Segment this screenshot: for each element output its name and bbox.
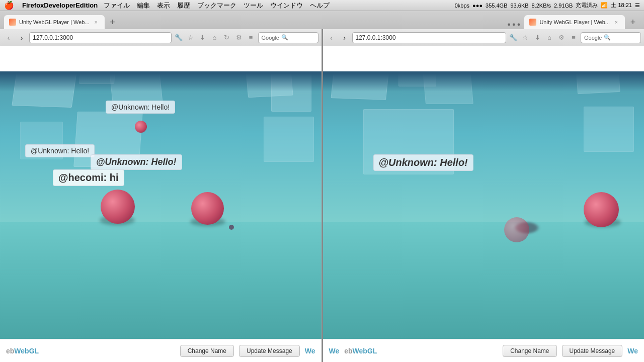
left-tab-close[interactable]: × (93, 19, 100, 26)
left-ball-3 (191, 192, 224, 225)
right-new-tab-button[interactable]: + (626, 15, 640, 29)
menu-file[interactable]: ファイル (104, 1, 130, 10)
left-panel: ‹ › 127.0.0.1:3000 🔧 ☆ ⬇ ⌂ ↻ ⚙ ≡ Google (0, 29, 322, 362)
menu-items: ファイル 編集 表示 履歴 ブックマーク ツール ウインドウ ヘルプ (104, 1, 330, 10)
upload-speed: 8.2KB/s (532, 3, 551, 9)
wifi-icon: 📶 (601, 2, 608, 9)
left-new-tab-button[interactable]: + (106, 15, 120, 29)
right-star-icon[interactable]: ☆ (520, 33, 530, 43)
left-tab-active[interactable]: Unity WebGL Player | Web... × (4, 15, 105, 29)
left-ball-2 (101, 190, 135, 224)
left-bottom-bar: ebWebGL Change Name Update Message We (0, 339, 321, 362)
left-chat-bubble-3: @Unknown: Hello! (91, 154, 182, 170)
battery-status: ●●● (472, 3, 482, 9)
left-small-dot (229, 225, 234, 230)
tab-bar: Unity WebGL Player | Web... × + ● ● ● Un… (0, 11, 644, 29)
left-search-icon[interactable]: 🔍 (281, 34, 288, 41)
left-search-input[interactable]: Google 🔍 (258, 32, 318, 43)
right-search-input[interactable]: Google 🔍 (581, 32, 641, 43)
left-webgl-label: ebWebGL (6, 347, 39, 355)
right-home-icon[interactable]: ⌂ (544, 33, 554, 43)
left-chat-bubble-2: @Unknown: Hello! (25, 144, 95, 157)
left-chat-text-3: @Unknown: Hello! (96, 157, 177, 167)
right-tab-active[interactable]: Unity WebGL Player | Web... × (524, 15, 625, 29)
left-search-text: Google (262, 35, 279, 41)
right-top-white (323, 46, 645, 71)
right-update-message-button[interactable]: Update Message (562, 345, 623, 357)
left-menu-icon[interactable]: ≡ (246, 33, 256, 43)
left-chat-text-2: @Unknown: Hello! (31, 147, 89, 155)
right-webgl-text: WebGL (353, 347, 377, 355)
left-webgl-label-right: We (305, 347, 315, 355)
right-ball-partial (504, 217, 529, 242)
right-floor (323, 222, 645, 339)
mac-menu-bar: 🍎 FirefoxDeveloperEdition ファイル 編集 表示 履歴 … (0, 0, 644, 11)
left-dev-icon[interactable]: ⚙ (234, 33, 244, 43)
right-chat-text-1: @Unknown: Hello! (379, 157, 468, 168)
network-status: 0kbps (455, 3, 469, 9)
left-hecomi-bubble: @hecomi: hi (53, 169, 124, 186)
right-cube-6 (584, 107, 634, 152)
right-address-bar: ‹ › 127.0.0.1:3000 🔧 ☆ ⬇ ⌂ ⚙ ≡ Google 🔍 (323, 29, 645, 46)
left-game-area: @Unknown: Hello! @Unknown: Hello! @Unkno… (0, 46, 321, 339)
left-url-input[interactable]: 127.0.0.1:3000 (29, 32, 172, 43)
panels-container: ‹ › 127.0.0.1:3000 🔧 ☆ ⬇ ⌂ ↻ ⚙ ≡ Google (0, 29, 644, 362)
right-dev-icon[interactable]: ⚙ (556, 33, 567, 43)
right-panel: ‹ › 127.0.0.1:3000 🔧 ☆ ⬇ ⌂ ⚙ ≡ Google 🔍 (323, 29, 645, 362)
app-name: FirefoxDeveloperEdition (22, 2, 98, 9)
right-toolbar-icons: 🔧 ☆ ⬇ ⌂ ⚙ ≡ (508, 33, 579, 43)
right-forward-button[interactable]: › (339, 32, 350, 43)
right-wrench-icon[interactable]: 🔧 (508, 33, 518, 43)
right-bottom-bar: We ebWebGL Change Name Update Message We (323, 339, 645, 362)
right-change-name-button[interactable]: Change Name (503, 345, 556, 357)
right-tab-close[interactable]: × (613, 19, 620, 26)
left-webgl-text: WebGL (14, 347, 39, 355)
right-game-area: @Unknown: Hello! (323, 46, 645, 339)
left-change-name-button[interactable]: Change Name (180, 345, 234, 357)
left-ball-1 (135, 121, 147, 133)
left-floor (0, 222, 321, 339)
left-update-message-button[interactable]: Update Message (239, 345, 300, 357)
right-menu-icon[interactable]: ≡ (569, 33, 579, 43)
left-top-white (0, 46, 321, 71)
left-star-icon[interactable]: ☆ (186, 33, 196, 43)
menu-help[interactable]: ヘルプ (310, 1, 330, 10)
menu-bookmarks[interactable]: ブックマーク (197, 1, 236, 10)
right-search-text: Google (584, 35, 602, 41)
right-webgl-label: ebWebGL (344, 347, 377, 355)
left-sync-icon[interactable]: ↻ (222, 33, 232, 43)
menu-tools[interactable]: ツール (244, 1, 263, 10)
left-download-icon[interactable]: ⬇ (198, 33, 208, 43)
left-cube-7 (264, 117, 314, 162)
right-tab-icon (529, 19, 536, 26)
left-back-button[interactable]: ‹ (3, 32, 14, 43)
left-forward-button[interactable]: › (16, 32, 27, 43)
menu-edit[interactable]: 編集 (137, 1, 150, 10)
charge-status: 充電済み (576, 2, 598, 9)
menu-icon[interactable]: ☰ (635, 2, 640, 9)
right-back-button[interactable]: ‹ (326, 32, 337, 43)
menu-history[interactable]: 履歴 (177, 1, 190, 10)
left-chat-bubble-1: @Unknown: Hello! (106, 101, 175, 114)
apple-icon[interactable]: 🍎 (4, 1, 14, 10)
menu-view[interactable]: 表示 (157, 1, 170, 10)
right-tab-title: Unity WebGL Player | Web... (539, 19, 610, 25)
menu-bar-right-status: 0kbps ●●● 355.4GB 93.6KB 8.2KB/s 2.91GB … (455, 2, 640, 9)
ram-status: 2.91GB (554, 3, 573, 9)
right-chat-bubble-1: @Unknown: Hello! (373, 154, 473, 171)
left-wrench-icon[interactable]: 🔧 (174, 33, 184, 43)
left-address-bar: ‹ › 127.0.0.1:3000 🔧 ☆ ⬇ ⌂ ↻ ⚙ ≡ Google (0, 29, 321, 46)
right-webgl-label-left: We (329, 347, 340, 355)
right-url-text: 127.0.0.1:3000 (356, 34, 396, 41)
right-download-icon[interactable]: ⬇ (532, 33, 542, 43)
menu-window[interactable]: ウインドウ (270, 1, 303, 10)
left-tab-title: Unity WebGL Player | Web... (19, 19, 90, 25)
right-search-icon[interactable]: 🔍 (604, 34, 611, 41)
right-url-input[interactable]: 127.0.0.1:3000 (352, 32, 507, 43)
right-ball-1 (584, 192, 619, 227)
left-tab-icon (9, 19, 16, 26)
right-webgl-label-end: We (627, 347, 638, 355)
time-display: 土 18:21 (611, 2, 632, 9)
left-home-icon[interactable]: ⌂ (210, 33, 220, 43)
left-webgl-partial: eb (6, 347, 14, 355)
